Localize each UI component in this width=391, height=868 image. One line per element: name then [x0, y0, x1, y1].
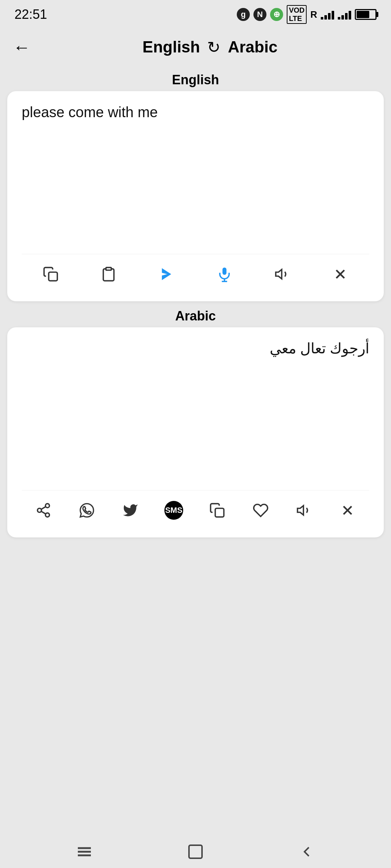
target-copy-button[interactable] — [205, 498, 230, 523]
swap-languages-button[interactable]: ↻ — [207, 38, 220, 56]
whatsapp-icon — [79, 502, 95, 518]
target-section-label: Arabic — [0, 301, 391, 327]
svg-line-13 — [41, 507, 46, 509]
speaker-icon — [274, 266, 290, 282]
status-bar: 22:51 g N ⊕ VODLTE R — [0, 0, 391, 29]
nav-back-button[interactable] — [292, 837, 321, 866]
target-translation-box: أرجوك تعال معي SMS — [7, 327, 384, 537]
clipboard-paste-button[interactable] — [96, 261, 121, 287]
svg-rect-3 — [223, 268, 227, 275]
menu-icon — [76, 843, 93, 860]
n-icon: N — [253, 8, 266, 21]
sms-button[interactable]: SMS — [161, 498, 186, 523]
share-button[interactable] — [31, 498, 56, 523]
svg-rect-1 — [106, 268, 112, 270]
svg-point-10 — [38, 509, 42, 512]
target-speaker-icon — [296, 502, 312, 518]
heart-icon — [253, 502, 269, 518]
back-button[interactable]: ← — [11, 36, 33, 58]
menu-button[interactable] — [70, 837, 99, 866]
clipboard-icon — [101, 266, 117, 282]
target-clear-button[interactable] — [335, 498, 360, 523]
target-text[interactable]: أرجوك تعال معي — [22, 338, 369, 483]
twitter-icon — [122, 502, 138, 518]
source-clear-button[interactable] — [328, 261, 353, 287]
svg-marker-2 — [162, 268, 171, 280]
home-icon — [187, 843, 204, 860]
home-button[interactable] — [181, 837, 210, 866]
status-time: 22:51 — [14, 7, 47, 22]
clear-icon — [332, 266, 348, 282]
source-text[interactable]: please come with me — [22, 102, 369, 247]
battery-icon — [355, 9, 377, 20]
source-language-label[interactable]: English — [143, 38, 200, 56]
translate-button[interactable] — [154, 261, 179, 287]
favorite-button[interactable] — [248, 498, 273, 523]
g-icon: g — [237, 8, 250, 21]
sms-icon: SMS — [164, 501, 183, 520]
language-selector: English ↻ Arabic — [40, 38, 380, 56]
target-language-label[interactable]: Arabic — [228, 38, 277, 56]
source-speaker-button[interactable] — [270, 261, 295, 287]
signal-bars-1 — [321, 9, 334, 20]
back-arrow-icon: ← — [13, 37, 30, 57]
green-icon: ⊕ — [270, 8, 283, 21]
whatsapp-button[interactable] — [74, 498, 100, 523]
microphone-button[interactable] — [212, 261, 237, 287]
status-icons-group: g N ⊕ VODLTE R — [237, 5, 377, 24]
copy-icon — [43, 266, 59, 282]
send-icon — [159, 266, 175, 282]
svg-point-11 — [46, 513, 50, 517]
svg-rect-21 — [189, 845, 202, 858]
svg-rect-0 — [49, 272, 58, 281]
twitter-button[interactable] — [118, 498, 143, 523]
target-speaker-button[interactable] — [291, 498, 317, 523]
app-header: ← English ↻ Arabic — [0, 29, 391, 65]
vod-lte-badge: VODLTE — [287, 5, 307, 24]
target-toolbar: SMS — [22, 490, 369, 527]
target-clear-icon — [340, 502, 356, 518]
r-label: R — [310, 9, 317, 20]
svg-line-12 — [41, 511, 46, 514]
nav-back-icon — [298, 843, 315, 860]
microphone-icon — [216, 266, 232, 282]
svg-rect-14 — [215, 509, 224, 517]
source-section-label: English — [0, 65, 391, 91]
signal-bars-2 — [338, 9, 351, 20]
share-icon — [35, 502, 51, 518]
bottom-navigation — [0, 835, 391, 868]
svg-marker-15 — [298, 506, 304, 515]
svg-marker-6 — [276, 269, 282, 279]
svg-point-9 — [46, 504, 50, 508]
target-copy-icon — [209, 502, 225, 518]
source-toolbar — [22, 254, 369, 290]
copy-icon-button[interactable] — [38, 261, 63, 287]
source-translation-box: please come with me — [7, 91, 384, 301]
